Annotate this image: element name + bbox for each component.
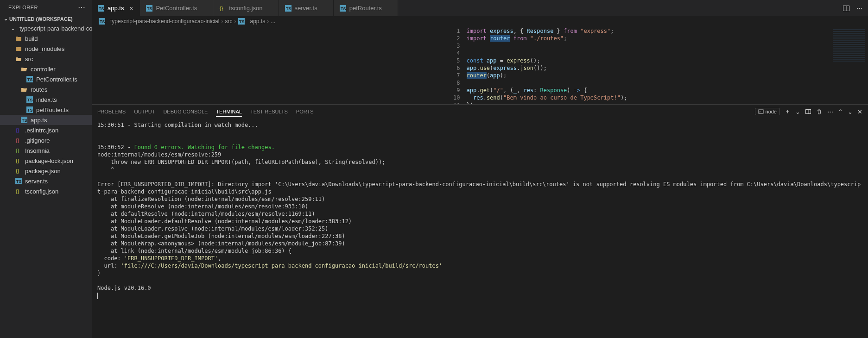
tree-item-label: controller (31, 66, 55, 73)
trash-icon[interactable] (816, 108, 823, 115)
tree-item[interactable]: ⌄typescript-para-backend-confi... (0, 23, 92, 33)
ts-icon: TS (98, 18, 106, 25)
tree-item[interactable]: {}tsconfig.json (0, 186, 92, 196)
minimap[interactable] (822, 26, 868, 104)
split-editor-icon[interactable] (843, 5, 850, 12)
svg-text:TS: TS (147, 6, 152, 11)
code-content[interactable]: import express, { Response } from "expre… (467, 26, 822, 104)
panel-tab-test-results[interactable]: TEST RESULTS (250, 107, 288, 116)
explorer-sidebar: EXPLORER ⋯ ⌄ UNTITLED (WORKSPACE) ⌄types… (0, 0, 92, 338)
breadcrumb[interactable]: TS typescript-para-backend-configuracao-… (92, 16, 868, 26)
breadcrumb-more[interactable]: ... (271, 18, 275, 25)
tree-item[interactable]: {}.gitignore (0, 135, 92, 145)
svg-text:{}: {} (220, 6, 223, 11)
breadcrumb-root[interactable]: typescript-para-backend-configuracao-ini… (110, 18, 219, 25)
ts-icon: TS (15, 177, 22, 185)
tree-item[interactable]: TSindex.ts (0, 94, 92, 105)
json-icon: {} (15, 157, 22, 164)
split-terminal-icon[interactable] (805, 108, 811, 115)
tree-item[interactable]: controller (0, 64, 92, 74)
svg-text:TS: TS (341, 6, 346, 11)
tree-item-label: typescript-para-backend-confi... (19, 25, 92, 32)
bottom-panel: PROBLEMSOUTPUTDEBUG CONSOLETERMINALTEST … (92, 104, 868, 338)
svg-text:TS: TS (16, 179, 22, 184)
panel-tab-debug-console[interactable]: DEBUG CONSOLE (163, 107, 208, 116)
tree-item[interactable]: TSapp.ts (0, 115, 92, 125)
tree-item-label: PetController.ts (36, 76, 77, 83)
tree-item-label: server.ts (25, 178, 48, 185)
svg-text:{}: {} (16, 148, 19, 153)
explorer-title: EXPLORER (8, 5, 38, 10)
svg-text:{}: {} (16, 188, 19, 194)
tree-item-label: tsconfig.json (25, 188, 58, 195)
json-icon: {} (15, 188, 22, 195)
json-icon: {} (15, 137, 22, 144)
tab-actions: ⋯ (843, 5, 868, 12)
panel-tab-ports[interactable]: PORTS (296, 107, 314, 116)
editor-tab[interactable]: TSpetRouter.ts× (334, 0, 398, 16)
tree-item-label: petRouter.ts (36, 106, 69, 113)
folder-icon (15, 45, 22, 52)
tree-item[interactable]: TSpetRouter.ts (0, 105, 92, 115)
svg-text:TS: TS (239, 19, 245, 24)
tree-item[interactable]: TSPetController.ts (0, 74, 92, 84)
tab-label: tsconfig.json (229, 5, 262, 12)
svg-text:{}: {} (16, 127, 19, 133)
maximize-panel-icon[interactable]: ⌃ (838, 108, 843, 115)
editor-tab[interactable]: TSserver.ts× (279, 0, 334, 16)
editor-tab[interactable]: TSapp.ts× (92, 0, 140, 16)
editor-tabs: TSapp.ts×TSPetController.ts×{}tsconfig.j… (92, 0, 868, 16)
tree-item[interactable]: build (0, 33, 92, 44)
terminal-output[interactable]: 15:30:51 - Starting compilation in watch… (92, 119, 868, 338)
new-terminal-icon[interactable]: ＋ (785, 107, 791, 116)
tree-item[interactable]: {}.eslintrc.json (0, 125, 92, 135)
tab-more-icon[interactable]: ⋯ (856, 5, 862, 12)
panel-more-icon[interactable]: ⋯ (827, 108, 833, 115)
tree-item[interactable]: node_modules (0, 44, 92, 54)
tree-item[interactable]: {}package.json (0, 166, 92, 176)
tree-item-label: routes (31, 86, 47, 93)
svg-text:{}: {} (16, 168, 19, 174)
tree-item[interactable]: src (0, 54, 92, 64)
workspace-section[interactable]: ⌄ UNTITLED (WORKSPACE) (0, 14, 92, 23)
workspace-label: UNTITLED (WORKSPACE) (9, 16, 73, 22)
tree-item-label: package-lock.json (25, 157, 73, 164)
svg-text:{}: {} (16, 138, 19, 143)
terminal-icon (758, 109, 764, 114)
svg-text:TS: TS (27, 108, 33, 113)
ts-icon: TS (26, 96, 33, 103)
file-tree: ⌄typescript-para-backend-confi...buildno… (0, 23, 92, 338)
terminal-dropdown-icon[interactable]: ⌄ (795, 108, 800, 115)
close-panel-icon[interactable]: ✕ (857, 108, 862, 115)
json-icon: {} (219, 5, 226, 12)
ts-icon: TS (26, 75, 33, 83)
panel-tab-terminal[interactable]: TERMINAL (216, 107, 242, 117)
tree-item-label: node_modules (25, 45, 64, 52)
panel-actions: node ＋ ⌄ ⋯ ⌃ ⌄ ✕ (755, 107, 862, 116)
ts-icon: TS (97, 5, 105, 12)
close-icon[interactable]: × (127, 5, 135, 12)
tree-item[interactable]: routes (0, 84, 92, 94)
editor-tab[interactable]: {}tsconfig.json× (213, 0, 279, 16)
tree-item[interactable]: {}package-lock.json (0, 156, 92, 166)
json-icon: {} (15, 126, 22, 134)
editor-tab[interactable]: TSPetController.ts× (140, 0, 213, 16)
main-area: TSapp.ts×TSPetController.ts×{}tsconfig.j… (92, 0, 868, 338)
chev-down-icon: ⌄ (9, 25, 17, 32)
chevron-down-icon[interactable]: ⌄ (848, 108, 853, 115)
terminal-selector[interactable]: node (755, 108, 780, 115)
editor[interactable]: 1234567891011 import express, { Response… (92, 26, 868, 104)
svg-text:TS: TS (27, 98, 33, 102)
panel-tab-output[interactable]: OUTPUT (134, 107, 155, 116)
chevron-right-icon: › (267, 18, 269, 25)
breadcrumb-file[interactable]: app.ts (250, 18, 265, 25)
panel-tab-problems[interactable]: PROBLEMS (97, 107, 126, 116)
breadcrumb-src[interactable]: src (225, 18, 232, 25)
tab-label: PetController.ts (156, 5, 197, 12)
svg-text:{}: {} (16, 158, 19, 163)
svg-text:TS: TS (100, 19, 105, 24)
explorer-more-icon[interactable]: ⋯ (78, 3, 86, 12)
tree-item[interactable]: {}Insomnia (0, 145, 92, 156)
svg-rect-31 (759, 110, 763, 113)
tree-item[interactable]: TSserver.ts (0, 176, 92, 186)
